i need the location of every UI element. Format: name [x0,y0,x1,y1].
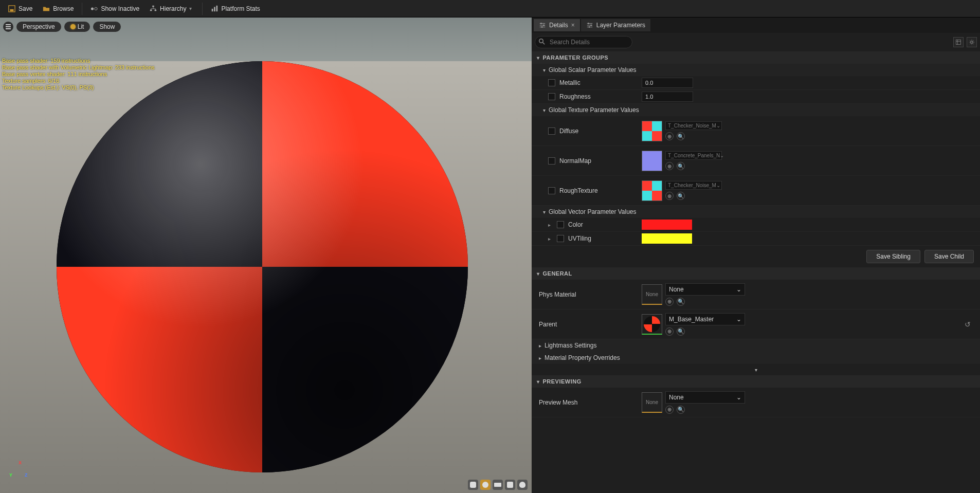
svg-point-18 [971,41,973,44]
hierarchy-button[interactable]: Hierarchy ▾ [144,3,199,14]
asset-name: T_Checker_Noise_M [668,182,716,188]
asset-dropdown[interactable]: T_Checker_Noise_M⌄ [665,121,722,130]
group-label: Global Texture Parameter Values [549,106,639,114]
group-vector[interactable]: Global Vector Parameter Values [532,206,980,218]
asset-dropdown[interactable]: T_Checker_Noise_M⌄ [665,181,722,190]
enable-checkbox[interactable] [548,127,555,135]
enable-checkbox[interactable] [548,157,555,165]
enable-checkbox[interactable] [557,221,564,228]
stat-line: Base pass shader: 159 instructions [2,58,155,64]
platform-stats-label: Platform Stats [221,5,260,12]
use-button[interactable]: ⊕ [665,162,674,170]
prop-phys-material: Phys Material None None⌄ ⊕ 🔍 [532,280,980,309]
asset-name: None [669,394,684,401]
color-swatch[interactable] [642,233,692,244]
tab-layer-parameters[interactable]: Layer Parameters [581,19,650,31]
browse-asset-button[interactable]: 🔍 [677,406,685,414]
caret-icon [537,270,540,277]
texture-thumb[interactable] [642,151,662,171]
browse-asset-button[interactable]: 🔍 [677,132,685,140]
expand-caret-icon[interactable]: ▸ [548,236,551,242]
perspective-dropdown[interactable]: Perspective [16,22,61,32]
shape-sphere-button[interactable] [480,480,491,490]
mesh-dropdown[interactable]: None⌄ [665,391,745,404]
asset-dropdown[interactable]: T_Concrete_Panels_N⌄ [665,151,722,160]
caret-icon [537,54,540,61]
caret-icon [539,354,541,361]
metallic-input[interactable] [642,78,693,88]
save-sibling-button[interactable]: Save Sibling [866,250,920,263]
texture-thumb[interactable] [642,180,662,201]
browse-asset-button[interactable]: 🔍 [677,327,685,336]
group-texture[interactable]: Global Texture Parameter Values [532,104,980,116]
tab-details[interactable]: Details × [534,19,580,31]
viewport-menu-button[interactable] [3,22,13,32]
save-child-button[interactable]: Save Child [924,250,974,263]
param-label: UVTiling [568,235,591,242]
save-row: Save Sibling Save Child [532,246,980,267]
roughness-input[interactable] [642,92,693,102]
parent-dropdown[interactable]: M_Base_Master⌄ [665,313,745,325]
shape-cube-button[interactable] [505,480,515,490]
enable-checkbox[interactable] [548,187,555,194]
phys-dropdown[interactable]: None⌄ [665,283,745,296]
enable-checkbox[interactable] [557,235,564,242]
search-input[interactable] [535,36,632,48]
settings-button[interactable] [967,37,977,47]
collapse-advanced[interactable] [532,364,980,375]
stat-line: Texture Lookups (Est.): VS(0), PS(3) [2,84,155,91]
details-panel: Details × Layer Parameters [532,17,980,493]
svg-rect-6 [155,9,157,11]
use-button[interactable]: ⊕ [665,406,674,414]
shape-cylinder-button[interactable] [468,480,478,490]
mesh-thumb[interactable]: None [642,392,662,413]
caret-icon [543,66,546,74]
hierarchy-icon [150,5,157,12]
browse-label: Browse [53,5,74,12]
expand-caret-icon[interactable]: ▸ [548,222,551,228]
group-scalar[interactable]: Global Scalar Parameter Values [532,64,980,76]
platform-stats-button[interactable]: Platform Stats [206,3,265,14]
prop-lightmass[interactable]: Lightmass Settings [532,339,980,352]
color-swatch[interactable] [642,220,692,230]
browse-asset-button[interactable]: 🔍 [677,162,685,170]
use-button[interactable]: ⊕ [665,132,674,140]
shape-custom-button[interactable] [517,480,528,490]
svg-rect-1 [10,9,14,11]
enable-checkbox[interactable] [548,93,555,100]
show-dropdown[interactable]: Show [93,22,121,32]
section-parameter-groups[interactable]: PARAMETER GROUPS [532,51,980,64]
texture-thumb[interactable] [642,121,662,141]
svg-point-10 [540,23,542,24]
phys-thumb[interactable]: None [642,284,662,305]
lit-dropdown[interactable]: Lit [64,22,90,32]
browse-asset-button[interactable]: 🔍 [677,192,685,200]
chevron-down-icon [755,366,757,373]
shape-plane-button[interactable] [493,480,503,490]
browse-button[interactable]: Browse [38,3,79,14]
use-button[interactable]: ⊕ [665,192,674,200]
stats-icon [211,5,218,12]
use-button[interactable]: ⊕ [665,327,674,336]
section-general[interactable]: GENERAL [532,267,980,280]
top-toolbar: Save Browse Show Inactive Hierarchy ▾ Pl… [0,0,980,17]
viewport[interactable]: Perspective Lit Show Base pass shader: 1… [0,17,532,493]
show-inactive-button[interactable]: Show Inactive [85,3,144,14]
revert-button[interactable]: ↺ [965,320,976,328]
browse-asset-button[interactable]: 🔍 [677,298,685,306]
prop-overrides[interactable]: Material Property Overrides [532,352,980,364]
section-previewing[interactable]: PREVIEWING [532,375,980,388]
close-icon[interactable]: × [571,22,575,29]
save-button[interactable]: Save [3,3,38,14]
sliders-icon [586,22,593,29]
caret-icon [543,106,546,114]
enable-checkbox[interactable] [548,79,555,86]
filter-button[interactable] [953,37,964,47]
chevron-down-icon: ⌄ [736,286,741,293]
use-button[interactable]: ⊕ [665,298,674,306]
prop-label: Parent [539,321,557,328]
parent-thumb[interactable] [642,314,662,335]
chevron-down-icon: ⌄ [736,394,741,401]
svg-point-2 [91,7,94,10]
asset-name: T_Checker_Noise_M [668,123,716,129]
